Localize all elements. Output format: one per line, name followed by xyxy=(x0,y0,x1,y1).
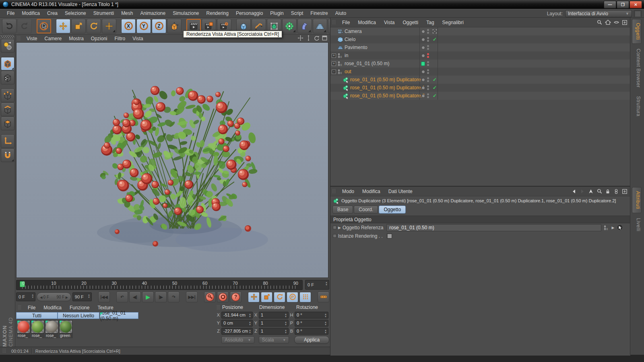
apply-button[interactable]: Applica xyxy=(294,336,329,344)
coordinate-mode-dropdown[interactable]: Assoluto▼ xyxy=(221,336,254,343)
material-menu-funzione[interactable]: Funzione xyxy=(66,304,93,311)
viewport-menu-mostra[interactable]: Mostra xyxy=(66,35,87,42)
zoom-view-icon[interactable] xyxy=(305,35,312,41)
visibility-dots[interactable] xyxy=(427,85,429,90)
key-rotation-button[interactable] xyxy=(274,292,285,302)
attribute-tab-base[interactable]: Base xyxy=(332,206,353,214)
object-manager-menu-oggetti[interactable]: Oggetti xyxy=(399,19,422,26)
attribute-tab-oggetto[interactable]: Oggetto xyxy=(379,206,406,214)
close-button[interactable]: ✕ xyxy=(630,1,642,8)
home-icon[interactable] xyxy=(605,19,611,26)
collapse-icon[interactable]: - xyxy=(332,70,336,74)
rotate-tool[interactable] xyxy=(87,19,101,33)
position-y-input[interactable]: 0 cm▲▼ xyxy=(221,320,253,327)
pick-object-button[interactable] xyxy=(617,224,623,231)
object-manager-menu-file[interactable]: File xyxy=(339,19,353,26)
material-grip[interactable] xyxy=(18,305,22,310)
visibility-dots[interactable] xyxy=(427,53,429,58)
axis-mode[interactable] xyxy=(1,134,14,148)
next-key-button[interactable]: ↷ xyxy=(168,292,180,302)
status-grip[interactable] xyxy=(2,348,6,354)
object-manager-menu-modifica[interactable]: Modifica xyxy=(354,19,380,26)
object-enable-dot[interactable] xyxy=(421,38,425,41)
object-manager-menu-vista[interactable]: Vista xyxy=(380,19,398,26)
visibility-dots[interactable] xyxy=(427,77,429,82)
lock-x-axis[interactable]: X xyxy=(121,19,136,33)
object-enable-dot[interactable] xyxy=(421,54,425,58)
viewport-menu-vista[interactable]: Vista xyxy=(129,35,146,42)
material-swatch-3[interactable]: rose_ xyxy=(45,320,59,338)
menu-finestre[interactable]: Finestre xyxy=(307,10,331,17)
size-x-input[interactable]: 1▲▼ xyxy=(259,312,289,319)
scale-tool[interactable] xyxy=(71,19,86,33)
object-name[interactable]: rose_01_01 (0.50 m) Duplicatore xyxy=(350,77,421,82)
menu-personaggio[interactable]: Personaggio xyxy=(232,10,266,17)
object-enable-dot[interactable] xyxy=(421,30,425,33)
value-stepper[interactable]: ▲▼ xyxy=(285,329,287,334)
value-stepper[interactable]: ▲▼ xyxy=(249,313,251,318)
key-parameter-button[interactable]: P xyxy=(287,292,298,302)
points-mode[interactable] xyxy=(1,88,14,102)
add-environment[interactable] xyxy=(313,19,327,33)
size-y-input[interactable]: 1▲▼ xyxy=(259,320,289,327)
side-tab-content-browser[interactable]: Content Browser xyxy=(632,45,642,91)
enabled-check-icon[interactable]: ✓ xyxy=(432,77,438,82)
menu-aiuto[interactable]: Aiuto xyxy=(332,10,350,17)
reference-object-field[interactable]: rose_01_01 (0.50 m) xyxy=(386,224,601,231)
object-manager-menu-tag[interactable]: Tag xyxy=(423,19,438,26)
menu-modifica[interactable]: Modifica xyxy=(18,10,43,17)
nav-back-icon[interactable] xyxy=(571,188,577,195)
sidebar-grip[interactable] xyxy=(1,35,14,39)
add-deformer[interactable] xyxy=(297,19,312,33)
rotation-p-input[interactable]: 0 °▲▼ xyxy=(295,320,328,327)
coordinate-system[interactable] xyxy=(167,19,182,33)
object-row-rose-01-01-0-50-m-duplicatore-1[interactable]: rose_01_01 (0.50 m) Duplicatore.1✓ xyxy=(330,84,630,92)
viewport-canvas[interactable] xyxy=(16,42,328,278)
value-stepper[interactable]: ▲▼ xyxy=(285,313,287,318)
attribute-menu-modo[interactable]: Modo xyxy=(339,188,358,195)
object-name[interactable]: rose_01_01 (0.50 m) Duplicatore.2 xyxy=(350,93,425,99)
visibility-dots[interactable] xyxy=(427,45,429,50)
object-row-pavimento[interactable]: Pavimento xyxy=(330,43,630,51)
object-name[interactable]: rose_01_01 (0.50 m) xyxy=(345,61,389,66)
enabled-check-icon[interactable]: ✓ xyxy=(432,85,438,90)
rotation-b-input[interactable]: 0 °▲▼ xyxy=(295,328,328,335)
texture-mode[interactable] xyxy=(1,71,14,84)
object-name[interactable]: in xyxy=(345,53,348,58)
side-tab-livelli[interactable]: Livelli xyxy=(632,214,642,235)
menu-selezione[interactable]: Selezione xyxy=(61,10,90,17)
object-name[interactable]: Cielo xyxy=(345,37,355,42)
history-icon[interactable] xyxy=(613,188,619,195)
enabled-check-icon[interactable]: ✓ xyxy=(432,93,438,99)
object-row-rose-01-01-0-50-m[interactable]: +0rose_01_01 (0.50 m) xyxy=(330,60,630,68)
enabled-check-icon[interactable]: ✓ xyxy=(432,37,438,42)
object-name[interactable]: Camera xyxy=(345,29,362,34)
menu-file[interactable]: File xyxy=(3,10,18,17)
object-manager-menu-segnalibri[interactable]: Segnalibri xyxy=(439,19,467,26)
value-stepper[interactable]: ▲▼ xyxy=(249,329,251,334)
object-row-rose-01-01-0-50-m-duplicatore-2[interactable]: rose_01_01 (0.50 m) Duplicatore.2✓ xyxy=(330,92,630,100)
pick-cursor-icon[interactable] xyxy=(588,188,594,195)
keyframe-help-button[interactable]: ? xyxy=(230,292,242,302)
nav-forward-icon[interactable] xyxy=(579,188,586,195)
polygons-mode[interactable] xyxy=(1,117,14,130)
value-stepper[interactable]: ▲▼ xyxy=(249,321,251,326)
lock-icon[interactable] xyxy=(605,188,611,195)
menu-mesh[interactable]: Mesh xyxy=(118,10,136,17)
object-manager-grip[interactable] xyxy=(332,20,336,25)
play-forwards-button[interactable]: ▶ xyxy=(142,292,154,302)
current-frame-box[interactable]: 0 F ▲▼ xyxy=(305,280,329,290)
layout-window-icon[interactable] xyxy=(634,10,642,18)
rotation-h-input[interactable]: 0 °▲▼ xyxy=(295,312,328,319)
material-swatch-2[interactable]: rose_ xyxy=(31,320,45,338)
value-stepper[interactable]: ▲▼ xyxy=(324,329,327,334)
last-used-tool[interactable] xyxy=(102,19,116,33)
add-panel-icon[interactable] xyxy=(621,188,628,195)
eye-icon[interactable] xyxy=(613,19,619,26)
render-instances-checkbox[interactable] xyxy=(387,233,392,239)
attribute-grip[interactable] xyxy=(332,189,336,194)
material-menu-file[interactable]: File xyxy=(24,304,39,311)
preview-range-bar[interactable]: ◀ 0 F 90 F ▶ xyxy=(37,292,71,301)
timeline-ruler[interactable]: 0102030405060708090 xyxy=(16,280,303,290)
model-mode[interactable] xyxy=(1,57,14,70)
